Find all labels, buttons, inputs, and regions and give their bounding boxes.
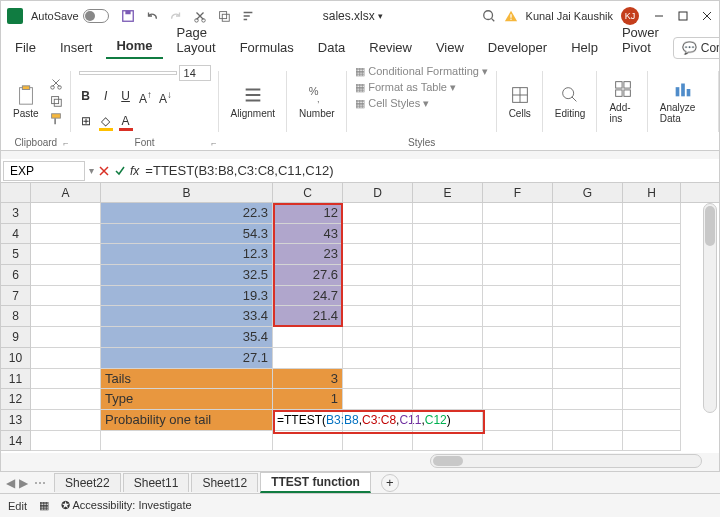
cell[interactable]	[31, 265, 101, 286]
tab-insert[interactable]: Insert	[50, 36, 103, 59]
cell[interactable]	[483, 244, 553, 265]
horizontal-scrollbar[interactable]	[430, 454, 702, 468]
col-head[interactable]: A	[31, 183, 101, 202]
cell[interactable]: 22.3	[101, 203, 273, 224]
cell[interactable]	[31, 410, 101, 431]
enter-icon[interactable]	[114, 165, 126, 177]
cell[interactable]: 3	[273, 369, 343, 390]
cell[interactable]: 1	[273, 389, 343, 410]
cell[interactable]	[343, 265, 413, 286]
cell[interactable]: Tails	[101, 369, 273, 390]
cell[interactable]	[343, 389, 413, 410]
cell[interactable]	[483, 348, 553, 369]
cell[interactable]	[623, 265, 681, 286]
cell[interactable]	[553, 410, 623, 431]
row-head[interactable]: 8	[1, 306, 31, 327]
cell[interactable]	[343, 348, 413, 369]
cell[interactable]	[623, 224, 681, 245]
cells-button[interactable]: Cells	[505, 82, 535, 121]
cell[interactable]	[273, 431, 343, 452]
cell[interactable]: =TTEST(B3:B8,C3:C8,C11,C12)	[273, 410, 343, 431]
tab-view[interactable]: View	[426, 36, 474, 59]
row-head[interactable]: 10	[1, 348, 31, 369]
analyze-data-button[interactable]: Analyze Data	[656, 76, 711, 126]
cell[interactable]: Probability one tail	[101, 410, 273, 431]
tab-help[interactable]: Help	[561, 36, 608, 59]
cell[interactable]: 27.6	[273, 265, 343, 286]
cell[interactable]	[343, 224, 413, 245]
cell[interactable]	[623, 431, 681, 452]
cell[interactable]	[483, 265, 553, 286]
row-head[interactable]: 9	[1, 327, 31, 348]
bold-button[interactable]: B	[79, 89, 93, 106]
cell[interactable]	[413, 224, 483, 245]
tab-review[interactable]: Review	[359, 36, 422, 59]
warning-icon[interactable]	[504, 9, 518, 23]
font-color-icon[interactable]: A	[119, 114, 133, 131]
cell[interactable]	[413, 306, 483, 327]
cell[interactable]	[553, 306, 623, 327]
tab-formulas[interactable]: Formulas	[230, 36, 304, 59]
prev-sheet-icon[interactable]: ◀	[6, 476, 15, 490]
format-painter-icon[interactable]	[49, 112, 63, 126]
row-head[interactable]: 6	[1, 265, 31, 286]
tab-power-pivot[interactable]: Power Pivot	[612, 21, 669, 59]
cell[interactable]	[343, 327, 413, 348]
cell[interactable]	[413, 265, 483, 286]
cell[interactable]	[31, 431, 101, 452]
close-icon[interactable]	[701, 10, 713, 22]
tab-home[interactable]: Home	[106, 34, 162, 59]
formula-bar[interactable]: =TTEST(B3:B8,C3:C8,C11,C12)	[139, 161, 719, 180]
cell[interactable]	[483, 431, 553, 452]
cell[interactable]: 43	[273, 224, 343, 245]
undo-icon[interactable]	[145, 9, 159, 23]
cell-styles-button[interactable]: ▦ Cell Styles ▾	[355, 97, 429, 110]
cell[interactable]: 32.5	[101, 265, 273, 286]
cell[interactable]	[483, 369, 553, 390]
col-head[interactable]: B	[101, 183, 273, 202]
cell[interactable]: 12.3	[101, 244, 273, 265]
sheet-tab[interactable]: Sheet12	[191, 473, 258, 492]
cell[interactable]	[623, 306, 681, 327]
row-head[interactable]: 11	[1, 369, 31, 390]
italic-button[interactable]: I	[99, 89, 113, 106]
alignment-button[interactable]: Alignment	[227, 82, 279, 121]
vertical-scrollbar[interactable]	[703, 203, 717, 413]
cell[interactable]	[553, 286, 623, 307]
row-head[interactable]: 14	[1, 431, 31, 452]
cell[interactable]	[483, 410, 553, 431]
launcher-icon[interactable]: ⌐	[63, 138, 68, 148]
cell[interactable]	[623, 327, 681, 348]
cell[interactable]	[553, 224, 623, 245]
cell[interactable]	[31, 327, 101, 348]
save-icon[interactable]	[121, 9, 135, 23]
cell[interactable]	[623, 348, 681, 369]
cell[interactable]	[623, 410, 681, 431]
cell[interactable]	[413, 369, 483, 390]
cell[interactable]: 12	[273, 203, 343, 224]
row-head[interactable]: 12	[1, 389, 31, 410]
cell[interactable]: 24.7	[273, 286, 343, 307]
col-head[interactable]: G	[553, 183, 623, 202]
maximize-icon[interactable]	[677, 10, 689, 22]
launcher-icon[interactable]: ⌐	[211, 138, 216, 148]
select-all-corner[interactable]	[1, 183, 31, 202]
font-name-select[interactable]	[79, 71, 177, 75]
cell[interactable]	[553, 203, 623, 224]
row-head[interactable]: 3	[1, 203, 31, 224]
tab-developer[interactable]: Developer	[478, 36, 557, 59]
cell[interactable]	[483, 389, 553, 410]
cell[interactable]	[413, 348, 483, 369]
cell[interactable]: 23	[273, 244, 343, 265]
cell[interactable]	[31, 224, 101, 245]
cell[interactable]	[483, 286, 553, 307]
sheet-tab-active[interactable]: TTEST function	[260, 472, 371, 493]
addins-button[interactable]: Add-ins	[605, 76, 639, 126]
cell[interactable]	[413, 431, 483, 452]
decrease-font-icon[interactable]: A↓	[159, 89, 173, 106]
editing-button[interactable]: Editing	[551, 82, 590, 121]
number-button[interactable]: %, Number	[295, 82, 339, 121]
new-sheet-button[interactable]: +	[381, 474, 399, 492]
paste-button[interactable]: Paste	[9, 82, 43, 121]
cell[interactable]: 21.4	[273, 306, 343, 327]
